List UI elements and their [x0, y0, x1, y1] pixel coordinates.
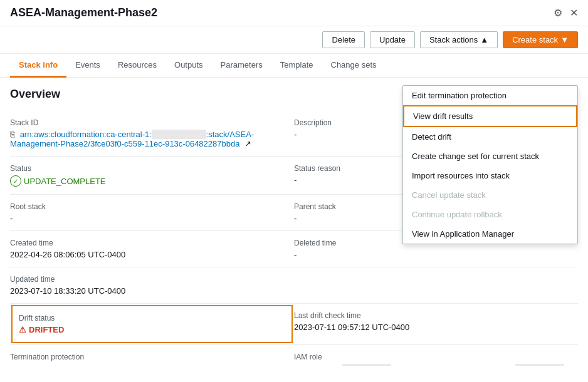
drift-status-value: DRIFTED — [19, 325, 285, 334]
page-title: ASEA-Management-Phase2 — [10, 6, 157, 19]
drift-status-cell: Drift status DRIFTED — [11, 305, 293, 343]
iam-role-label: IAM role — [294, 353, 578, 361]
stack-actions-button[interactable]: Stack actions ▲ — [420, 31, 498, 48]
termination-row: Termination protection Activated IAM rol… — [10, 345, 578, 366]
dropdown-item-import-resources[interactable]: Import resources into stack — [403, 166, 577, 185]
dropdown-item-continue-rollback: Continue update rollback — [403, 205, 577, 224]
updated-time-cell: Updated time 2023-07-10 18:33:20 UTC-040… — [10, 267, 294, 304]
close-icon[interactable]: ✕ — [570, 7, 578, 19]
dropdown-item-view-drift[interactable]: View drift results — [403, 105, 577, 127]
dropdown-item-view-app-manager[interactable]: View in Application Manager — [403, 224, 577, 244]
caret-down-icon: ▼ — [560, 35, 569, 44]
settings-icon[interactable]: ⚙ — [554, 7, 562, 19]
stack-id-link[interactable]: arn:aws:cloudformation:ca-central-1:XXXX… — [10, 130, 254, 148]
caret-up-icon: ▲ — [480, 35, 488, 44]
updated-time-value: 2023-07-10 18:33:20 UTC-0400 — [10, 286, 274, 296]
iam-role-value: arn:aws:iam::XXXXXXXXX:role/cdk-hnb659fd… — [294, 364, 578, 366]
created-time-label: Created time — [10, 239, 274, 247]
drift-row: Drift status DRIFTED Last drift check ti… — [10, 304, 578, 345]
delete-button[interactable]: Delete — [322, 31, 365, 48]
termination-label: Termination protection — [10, 353, 294, 361]
termination-value: Activated — [10, 364, 294, 366]
root-stack-value: - — [10, 214, 274, 223]
updated-time-label: Updated time — [10, 275, 274, 284]
root-stack-label: Root stack — [10, 202, 274, 211]
last-drift-cell: Last drift check time 2023-07-11 09:57:1… — [294, 304, 578, 344]
tabs-bar: Stack info Events Resources Outputs Para… — [0, 54, 588, 78]
stack-id-label: Stack ID — [10, 118, 274, 127]
created-time-cell: Created time 2022-04-26 08:06:05 UTC-040… — [10, 231, 294, 267]
dropdown-item-detect-drift[interactable]: Detect drift — [403, 127, 577, 147]
dropdown-item-edit-termination[interactable]: Edit termination protection — [403, 86, 577, 105]
tab-stack-info[interactable]: Stack info — [10, 54, 66, 78]
deleted-time-value: - — [294, 250, 578, 259]
last-drift-value: 2023-07-11 09:57:12 UTC-0400 — [294, 323, 578, 332]
tab-outputs[interactable]: Outputs — [165, 54, 212, 78]
update-button[interactable]: Update — [370, 31, 415, 48]
title-bar: ASEA-Management-Phase2 ⚙ ✕ — [0, 0, 588, 26]
tab-resources[interactable]: Resources — [109, 54, 165, 78]
dropdown-item-cancel-update: Cancel update stack — [403, 185, 577, 205]
tab-template[interactable]: Template — [271, 54, 322, 78]
termination-cell: Termination protection Activated — [10, 345, 294, 366]
stack-id-value: ⎘ arn:aws:cloudformation:ca-central-1:XX… — [10, 130, 274, 148]
create-stack-button[interactable]: Create stack ▼ — [503, 31, 578, 48]
toolbar: Delete Update Stack actions ▲ Create sta… — [0, 26, 588, 54]
status-cell: Status UPDATE_COMPLETE — [10, 157, 294, 195]
status-value: UPDATE_COMPLETE — [10, 175, 274, 187]
tab-parameters[interactable]: Parameters — [212, 54, 271, 78]
root-stack-cell: Root stack - — [10, 195, 294, 231]
iam-role-cell: IAM role arn:aws:iam::XXXXXXXXX:role/cdk… — [294, 345, 578, 366]
status-label: Status — [10, 164, 274, 173]
drift-status-label: Drift status — [19, 314, 285, 323]
tab-events[interactable]: Events — [66, 54, 109, 78]
stack-id-cell: Stack ID ⎘ arn:aws:cloudformation:ca-cen… — [10, 111, 294, 157]
stack-actions-dropdown: Edit termination protection View drift r… — [402, 85, 578, 244]
copy-icon[interactable]: ⎘ — [10, 130, 15, 139]
empty-cell — [294, 267, 578, 304]
title-bar-icons: ⚙ ✕ — [554, 7, 578, 19]
external-link-icon[interactable]: ↗ — [244, 139, 251, 148]
tab-change-sets[interactable]: Change sets — [322, 54, 386, 78]
dropdown-item-create-change-set[interactable]: Create change set for current stack — [403, 147, 577, 166]
last-drift-label: Last drift check time — [294, 311, 578, 320]
created-time-value: 2022-04-26 08:06:05 UTC-0400 — [10, 250, 274, 259]
